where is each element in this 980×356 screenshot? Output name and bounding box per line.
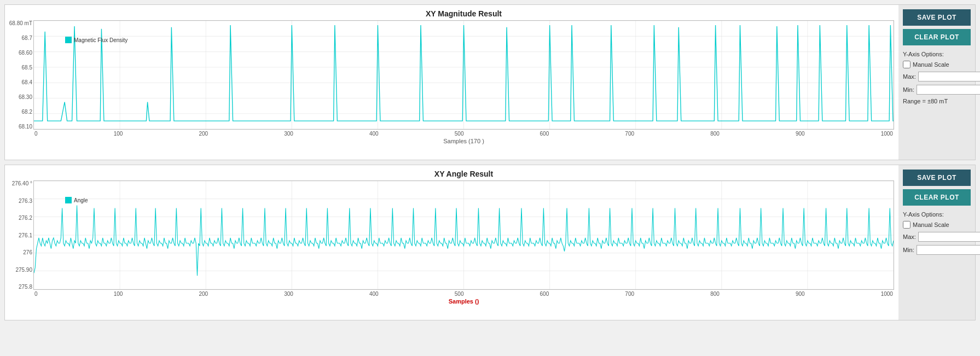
- magnitude-y-axis-labels: 68.80 mT 68.7 68.60 68.5 68.4 68.30 68.2…: [7, 20, 32, 130]
- magnitude-chart-area: XY Magnitude Result 68.80 mT 68.7 68.60 …: [5, 5, 898, 160]
- angle-panel: XY Angle Result 276.40 ° 276.3 276.2 276…: [4, 165, 976, 320]
- angle-controls: SAVE PLOT CLEAR PLOT Y-Axis Options: Man…: [898, 165, 975, 320]
- angle-chart-wrap: Angle: [33, 180, 894, 290]
- angle-manual-scale-label: Manual Scale: [913, 221, 949, 228]
- magnitude-chart-wrap: Magnetic Flux Density: [33, 20, 894, 130]
- magnitude-legend-box: [65, 37, 72, 43]
- magnitude-x-ticks: 0 100 200 300 400 500 600 700 800 900 10…: [33, 131, 894, 137]
- angle-chart-title: XY Angle Result: [33, 170, 894, 178]
- magnitude-controls: SAVE PLOT CLEAR PLOT Y-Axis Options: Man…: [898, 5, 975, 160]
- magnitude-min-label: Min:: [903, 86, 914, 93]
- magnitude-max-label: Max:: [903, 73, 916, 80]
- magnitude-max-input[interactable]: [918, 72, 980, 81]
- magnitude-manual-scale-row: Manual Scale: [903, 61, 971, 68]
- magnitude-range-text: Range = ±80 mT: [903, 98, 971, 104]
- angle-clear-button[interactable]: CLEAR PLOT: [903, 189, 971, 206]
- angle-save-button[interactable]: SAVE PLOT: [903, 170, 971, 186]
- angle-legend-label: Angle: [74, 197, 88, 203]
- angle-x-ticks: 0 100 200 300 400 500 600 700 800 900 10…: [33, 291, 894, 297]
- angle-min-label: Min:: [903, 247, 914, 253]
- angle-max-input[interactable]: [918, 232, 980, 242]
- angle-manual-scale-row: Manual Scale: [903, 221, 971, 229]
- angle-min-row: Min:: [903, 245, 971, 255]
- magnitude-clear-button[interactable]: CLEAR PLOT: [903, 29, 971, 45]
- magnitude-y-axis-options-label: Y-Axis Options:: [903, 51, 971, 57]
- magnitude-legend-label: Magnetic Flux Density: [74, 37, 127, 43]
- angle-manual-scale-checkbox[interactable]: [903, 221, 911, 229]
- angle-max-label: Max:: [903, 234, 916, 240]
- magnitude-min-input[interactable]: [917, 85, 980, 95]
- angle-chart-area: XY Angle Result 276.40 ° 276.3 276.2 276…: [5, 165, 898, 320]
- magnitude-legend: Magnetic Flux Density: [65, 37, 127, 43]
- angle-legend-box: [65, 197, 72, 203]
- magnitude-chart-title: XY Magnitude Result: [33, 9, 894, 18]
- magnitude-max-row: Max:: [903, 72, 971, 81]
- angle-y-axis-labels: 276.40 ° 276.3 276.2 276.1 276 275.90 27…: [7, 180, 32, 290]
- angle-legend: Angle: [65, 197, 88, 203]
- magnitude-panel: XY Magnitude Result 68.80 mT 68.7 68.60 …: [4, 4, 976, 160]
- angle-x-axis-label: Samples (): [33, 298, 894, 305]
- magnitude-save-button[interactable]: SAVE PLOT: [903, 9, 971, 26]
- magnitude-min-row: Min:: [903, 85, 971, 95]
- angle-max-row: Max:: [903, 232, 971, 242]
- magnitude-x-axis-label: Samples (170 ): [33, 138, 894, 144]
- magnitude-chart-svg: [33, 20, 894, 130]
- angle-min-input[interactable]: [917, 245, 980, 255]
- magnitude-manual-scale-checkbox[interactable]: [903, 61, 911, 68]
- magnitude-manual-scale-label: Manual Scale: [913, 61, 949, 68]
- angle-chart-svg: [33, 180, 894, 290]
- angle-y-axis-options-label: Y-Axis Options:: [903, 211, 971, 218]
